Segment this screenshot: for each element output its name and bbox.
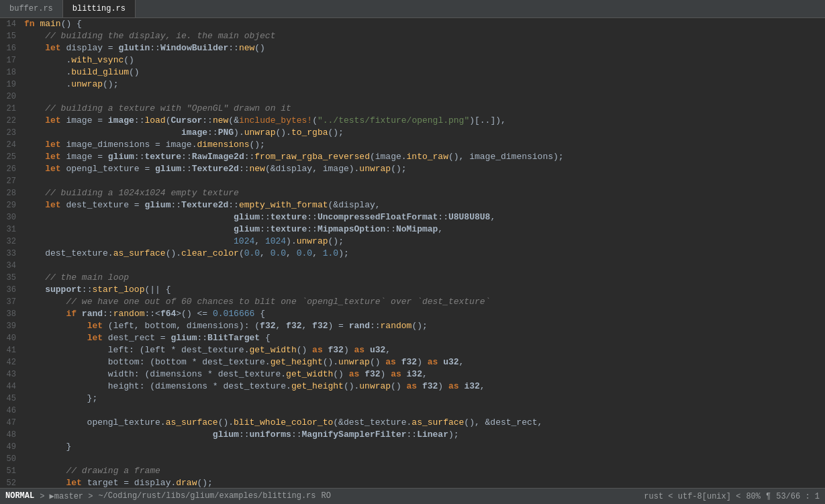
line-number: 28 bbox=[0, 187, 24, 199]
line-content: // we have one out of 60 chances to blit… bbox=[24, 296, 818, 308]
status-para: ¶ bbox=[766, 492, 771, 501]
mode-indicator: NORMAL bbox=[5, 491, 34, 501]
line-number: 43 bbox=[0, 368, 24, 381]
line-number: 19 bbox=[0, 79, 24, 91]
line-content: let image = image::load(Cursor::new(&inc… bbox=[24, 115, 818, 127]
code-line: 40 let dest_rect = glium::BlitTarget { bbox=[0, 332, 825, 344]
line-content: // building a 1024x1024 empty texture bbox=[24, 187, 818, 199]
line-number: 39 bbox=[0, 320, 24, 332]
status-path: ~/Coding/rust/libs/glium/examples/blitti… bbox=[98, 491, 316, 501]
code-line: 24 let image_dimensions = image.dimensio… bbox=[0, 139, 825, 151]
line-number: 51 bbox=[0, 465, 24, 477]
tab-buffer-rs[interactable]: buffer.rs bbox=[0, 0, 63, 17]
status-branch: > ▶master > bbox=[40, 491, 93, 501]
line-content: if rand::random::<f64>() <= 0.016666 { bbox=[24, 308, 818, 320]
code-line: 20 bbox=[0, 91, 825, 103]
code-line: 47 opengl_texture.as_surface().blit_whol… bbox=[0, 417, 825, 429]
line-content: dest_texture.as_surface().clear_color(0.… bbox=[24, 248, 818, 260]
code-line: 19 .unwrap(); bbox=[0, 79, 825, 91]
line-number: 50 bbox=[0, 453, 24, 465]
code-line: 33 dest_texture.as_surface().clear_color… bbox=[0, 248, 825, 260]
line-number: 15 bbox=[0, 30, 24, 42]
line-content: glium::texture::MipmapsOption::NoMipmap, bbox=[24, 223, 818, 236]
code-line: 38 if rand::random::<f64>() <= 0.016666 … bbox=[0, 308, 825, 320]
code-line: 17 .with_vsync() bbox=[0, 54, 825, 66]
line-content: support::start_loop(|| { bbox=[24, 284, 818, 296]
line-number: 32 bbox=[0, 236, 24, 248]
line-number: 27 bbox=[0, 175, 24, 187]
code-line: 16 let display = glutin::WindowBuilder::… bbox=[0, 42, 825, 54]
code-line: 27 bbox=[0, 175, 825, 187]
code-line: 49 } bbox=[0, 441, 825, 453]
line-number: 21 bbox=[0, 103, 24, 115]
code-line: 28 // building a 1024x1024 empty texture bbox=[0, 187, 825, 199]
code-line: 52 let target = display.draw(); bbox=[0, 477, 825, 488]
code-line: 46 bbox=[0, 405, 825, 417]
code-line: 26 let opengl_texture = glium::Texture2d… bbox=[0, 163, 825, 175]
status-filetype: rust < utf-8[unix] < bbox=[644, 492, 740, 501]
line-content: let dest_rect = glium::BlitTarget { bbox=[24, 332, 818, 344]
line-number: 29 bbox=[0, 199, 24, 211]
line-number: 42 bbox=[0, 356, 24, 368]
line-number: 25 bbox=[0, 151, 24, 163]
line-content: glium::texture::UncompressedFloatFormat:… bbox=[24, 211, 818, 223]
tab-bar: buffer.rs blitting.rs bbox=[0, 0, 825, 18]
line-content: height: (dimensions * dest_texture.get_h… bbox=[24, 381, 818, 393]
line-number: 36 bbox=[0, 284, 24, 296]
line-content: let image = glium::texture::RawImage2d::… bbox=[24, 151, 818, 163]
line-content: opengl_texture.as_surface().blit_whole_c… bbox=[24, 417, 818, 429]
line-content: bottom: (bottom * dest_texture.get_heigh… bbox=[24, 356, 818, 368]
line-content: // building the display, ie. the main ob… bbox=[24, 30, 818, 42]
code-line: 48 glium::uniforms::MagnifySamplerFilter… bbox=[0, 429, 825, 441]
code-line: 29 let dest_texture = glium::Texture2d::… bbox=[0, 199, 825, 211]
line-number: 26 bbox=[0, 163, 24, 175]
line-number: 40 bbox=[0, 332, 24, 344]
line-content: let dest_texture = glium::Texture2d::emp… bbox=[24, 199, 818, 211]
code-line: 23 image::PNG).unwrap().to_rgba(); bbox=[0, 127, 825, 139]
code-container[interactable]: 14fn main() {15 // building the display,… bbox=[0, 18, 825, 488]
code-line: 39 let (left, bottom, dimensions): (f32,… bbox=[0, 320, 825, 332]
line-content: let opengl_texture = glium::Texture2d::n… bbox=[24, 163, 818, 175]
line-number: 20 bbox=[0, 91, 24, 103]
line-number: 14 bbox=[0, 18, 24, 30]
line-content: let (left, bottom, dimensions): (f32, f3… bbox=[24, 320, 818, 332]
code-line: 50 bbox=[0, 453, 825, 465]
code-line: 45 }; bbox=[0, 393, 825, 405]
code-line: 34 bbox=[0, 260, 825, 272]
code-line: 18 .build_glium() bbox=[0, 66, 825, 79]
line-content: left: (left * dest_texture.get_width() a… bbox=[24, 344, 818, 356]
line-number: 44 bbox=[0, 381, 24, 393]
code-line: 32 1024, 1024).unwrap(); bbox=[0, 236, 825, 248]
line-number: 41 bbox=[0, 344, 24, 356]
status-right: rust < utf-8[unix] < 80% ¶ 53/66 : 1 bbox=[644, 492, 820, 501]
code-line: 42 bottom: (bottom * dest_texture.get_he… bbox=[0, 356, 825, 368]
editor-area: 14fn main() {15 // building the display,… bbox=[0, 18, 825, 488]
status-position: 53/66 : 1 bbox=[776, 492, 820, 501]
line-content: .unwrap(); bbox=[24, 79, 818, 91]
line-number: 30 bbox=[0, 211, 24, 223]
line-number: 33 bbox=[0, 248, 24, 260]
line-number: 22 bbox=[0, 115, 24, 127]
line-number: 52 bbox=[0, 477, 24, 488]
line-number: 17 bbox=[0, 54, 24, 66]
code-line: 43 width: (dimensions * dest_texture.get… bbox=[0, 368, 825, 381]
line-number: 38 bbox=[0, 308, 24, 320]
code-line: 44 height: (dimensions * dest_texture.ge… bbox=[0, 381, 825, 393]
line-number: 49 bbox=[0, 441, 24, 453]
status-zoom: 80% bbox=[746, 492, 761, 501]
code-line: 41 left: (left * dest_texture.get_width(… bbox=[0, 344, 825, 356]
line-number: 31 bbox=[0, 223, 24, 236]
line-number: 46 bbox=[0, 405, 24, 417]
line-content: .with_vsync() bbox=[24, 54, 818, 66]
tab-blitting-rs[interactable]: blitting.rs bbox=[63, 0, 136, 17]
line-number: 35 bbox=[0, 272, 24, 284]
line-number: 48 bbox=[0, 429, 24, 441]
line-content: glium::uniforms::MagnifySamplerFilter::L… bbox=[24, 429, 818, 441]
code-line: 25 let image = glium::texture::RawImage2… bbox=[0, 151, 825, 163]
line-content: image::PNG).unwrap().to_rgba(); bbox=[24, 127, 818, 139]
code-line: 36 support::start_loop(|| { bbox=[0, 284, 825, 296]
line-number: 45 bbox=[0, 393, 24, 405]
line-content: // building a texture with "OpenGL" draw… bbox=[24, 103, 818, 115]
code-line: 21 // building a texture with "OpenGL" d… bbox=[0, 103, 825, 115]
line-content: let image_dimensions = image.dimensions(… bbox=[24, 139, 818, 151]
